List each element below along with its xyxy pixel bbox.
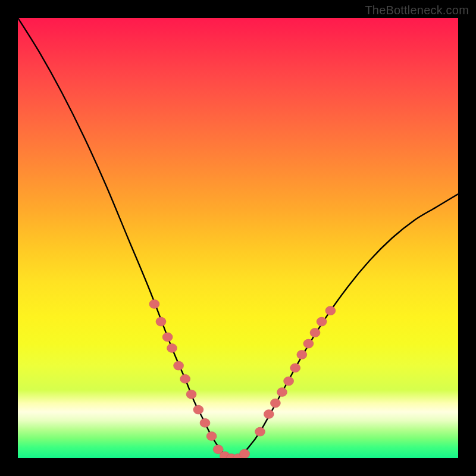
bottleneck-curve [18, 18, 458, 458]
data-marker [149, 300, 159, 309]
data-marker [200, 418, 210, 427]
plot-area [18, 18, 458, 458]
data-marker [310, 328, 320, 337]
data-marker [193, 405, 203, 414]
data-marker [284, 377, 294, 386]
data-marker [167, 344, 177, 353]
marker-group [149, 300, 336, 459]
data-marker [174, 361, 184, 370]
data-marker [317, 317, 327, 326]
data-marker [290, 364, 300, 372]
data-marker [186, 390, 196, 399]
watermark-text: TheBottleneck.com [365, 4, 469, 17]
chart-svg [18, 18, 458, 458]
data-marker [297, 350, 307, 359]
data-marker [277, 388, 287, 397]
data-marker [162, 333, 173, 342]
data-marker [270, 399, 280, 408]
data-marker [264, 410, 274, 419]
data-marker [206, 432, 217, 441]
data-marker [180, 374, 190, 383]
data-marker [303, 339, 314, 348]
data-marker [325, 306, 336, 315]
curve-group [18, 18, 458, 458]
data-marker [156, 317, 166, 326]
chart-frame: TheBottleneck.com [0, 0, 476, 476]
data-marker [255, 427, 265, 436]
data-marker [240, 449, 250, 458]
